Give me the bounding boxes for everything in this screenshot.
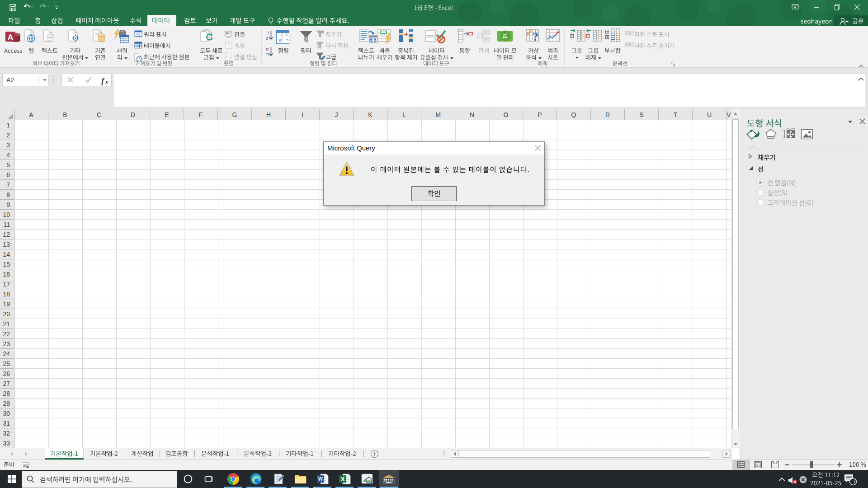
svg-text:?: ? (533, 30, 538, 43)
svg-text:x: x (105, 79, 108, 85)
svg-text:f: f (101, 76, 105, 85)
